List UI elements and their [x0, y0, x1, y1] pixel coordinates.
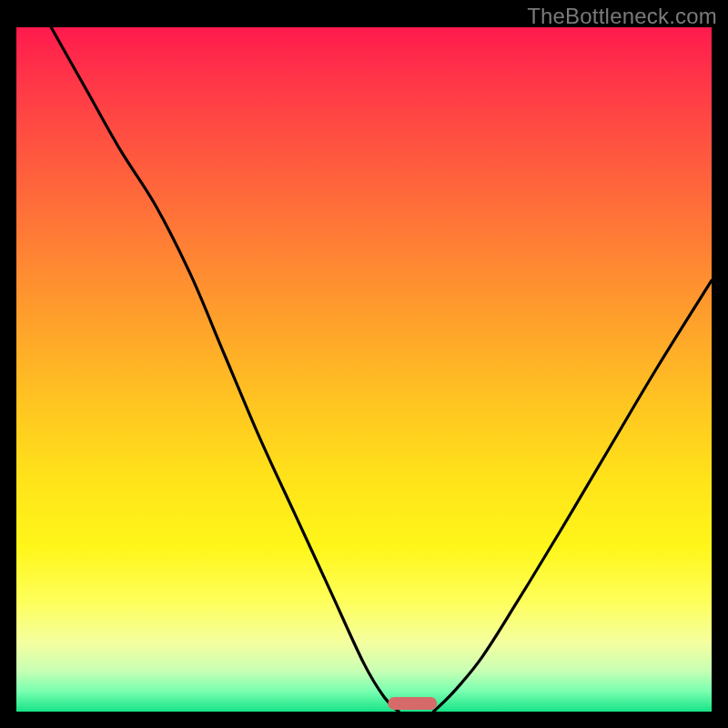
bottleneck-curve — [16, 27, 712, 712]
plot-area — [16, 27, 712, 712]
curve-right — [433, 280, 712, 712]
chart-frame: TheBottleneck.com — [0, 0, 728, 728]
attribution-text: TheBottleneck.com — [527, 4, 717, 29]
curve-left — [51, 27, 399, 712]
optimal-zone-marker — [389, 697, 437, 710]
